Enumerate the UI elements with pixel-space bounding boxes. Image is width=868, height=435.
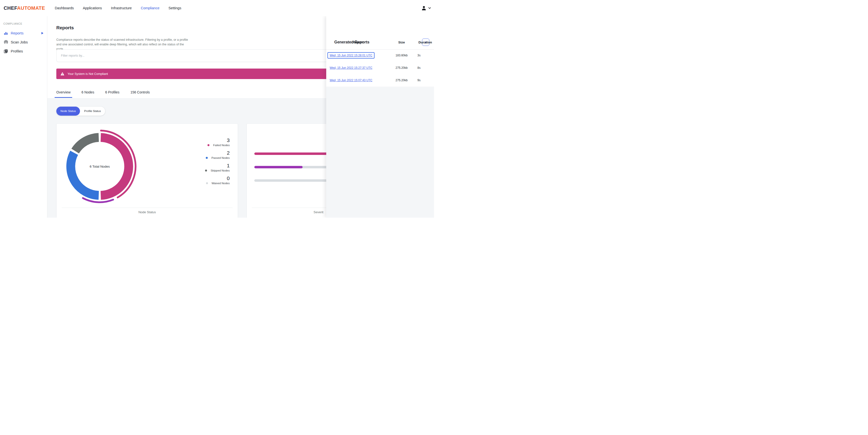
tab-controls[interactable]: 156 Controls bbox=[130, 90, 150, 98]
compliance-sidebar: COMPLIANCE Reports Scan Jobs Profiles bbox=[0, 16, 47, 218]
table-row: Wed, 15 Jun 2022 15:07:43 UTC 275.20kb 9… bbox=[329, 77, 434, 84]
user-menu[interactable] bbox=[421, 0, 431, 16]
legend-label: Passed Nodes bbox=[211, 156, 230, 159]
col-size: Size bbox=[387, 40, 416, 44]
sidebar-item-label: Profiles bbox=[11, 49, 23, 53]
passed-dot-icon bbox=[206, 157, 208, 159]
selected-report-outline: Wed, 15 Jun 2022 15:28:01 UTC bbox=[328, 52, 374, 59]
generated-reports-drawer: Generated Reports ✕ Report Size Duration… bbox=[326, 16, 434, 218]
logo-chef: CHEF bbox=[4, 5, 17, 11]
legend-label: Skipped Nodes bbox=[211, 169, 230, 172]
report-link[interactable]: Wed, 15 Jun 2022 15:07:43 UTC bbox=[330, 79, 372, 82]
sidebar-item-label: Scan Jobs bbox=[11, 40, 28, 44]
chevron-down-icon bbox=[428, 7, 431, 9]
person-icon bbox=[421, 5, 427, 11]
bar-chart-icon bbox=[4, 31, 8, 35]
main-nav: Dashboards Applications Infrastructure C… bbox=[55, 6, 181, 10]
sidebar-item-reports[interactable]: Reports bbox=[0, 29, 47, 37]
legend-value: 0 bbox=[227, 175, 230, 181]
toggle-profile-status[interactable]: Profile Status bbox=[80, 107, 105, 116]
report-size: 183.60kb bbox=[387, 54, 416, 57]
waived-dot-icon bbox=[206, 182, 208, 184]
legend-value: 2 bbox=[227, 150, 230, 156]
sidebar-section-label: COMPLIANCE bbox=[3, 22, 47, 25]
node-status-card: 6 Total Nodes 3 Failed Nodes 2 Passed No… bbox=[56, 123, 238, 218]
failed-dot-icon bbox=[208, 144, 210, 146]
node-status-caption: Node Status bbox=[57, 210, 238, 214]
nav-applications[interactable]: Applications bbox=[83, 6, 102, 10]
table-row: Wed, 15 Jun 2022 15:27:37 UTC 275.20kb 8… bbox=[329, 64, 434, 71]
logo-automate: AUTOMATE bbox=[17, 5, 45, 11]
skipped-dot-icon bbox=[205, 170, 207, 172]
report-size: 275.20kb bbox=[387, 66, 416, 69]
top-nav: CHEFAUTOMATE Dashboards Applications Inf… bbox=[0, 0, 434, 16]
report-tabs: Overview 6 Nodes 6 Profiles 156 Controls bbox=[56, 90, 150, 98]
col-report: Report bbox=[329, 40, 387, 44]
legend-label: Waived Nodes bbox=[212, 182, 230, 185]
chef-automate-logo[interactable]: CHEFAUTOMATE bbox=[4, 5, 45, 11]
status-toggle: Node Status Profile Status bbox=[56, 107, 105, 116]
reports-table-header: Report Size Duration bbox=[329, 40, 434, 44]
sidebar-item-profiles[interactable]: Profiles bbox=[0, 47, 47, 56]
nav-dashboards[interactable]: Dashboards bbox=[55, 6, 74, 10]
node-status-donut-chart[interactable] bbox=[63, 129, 136, 203]
banner-text: Your System is Not Compliant bbox=[67, 72, 108, 76]
scan-radar-icon bbox=[4, 40, 8, 44]
report-duration: 3s bbox=[416, 54, 434, 57]
col-duration: Duration bbox=[416, 40, 434, 44]
nav-infrastructure[interactable]: Infrastructure bbox=[111, 6, 132, 10]
sidebar-item-scan-jobs[interactable]: Scan Jobs bbox=[0, 37, 47, 47]
tab-overview[interactable]: Overview bbox=[56, 90, 70, 98]
sidebar-item-label: Reports bbox=[11, 31, 24, 35]
sidebar-expand-arrow-icon[interactable] bbox=[41, 32, 43, 34]
nav-compliance[interactable]: Compliance bbox=[141, 6, 159, 10]
legend-label: Failed Nodes bbox=[213, 144, 230, 147]
node-status-legend: 3 Failed Nodes 2 Passed Nodes 1 Skipped … bbox=[205, 137, 230, 188]
tab-nodes[interactable]: 6 Nodes bbox=[82, 90, 94, 98]
warning-triangle-icon bbox=[60, 72, 64, 76]
drawer-divider bbox=[326, 49, 434, 50]
tab-profiles[interactable]: 6 Profiles bbox=[105, 90, 120, 98]
report-duration: 8s bbox=[416, 66, 434, 69]
report-link[interactable]: Wed, 15 Jun 2022 15:28:01 UTC bbox=[330, 54, 372, 57]
report-duration: 9s bbox=[416, 79, 434, 82]
table-row: Wed, 15 Jun 2022 15:28:01 UTC 183.60kb 3… bbox=[329, 52, 434, 59]
severity-caption: Severit bbox=[314, 210, 323, 214]
toggle-node-status[interactable]: Node Status bbox=[56, 107, 80, 116]
legend-value: 3 bbox=[227, 137, 230, 143]
page-title: Reports bbox=[56, 25, 74, 30]
legend-value: 1 bbox=[227, 163, 230, 168]
report-size: 275.20kb bbox=[387, 79, 416, 82]
nav-settings[interactable]: Settings bbox=[168, 6, 181, 10]
report-link[interactable]: Wed, 15 Jun 2022 15:27:37 UTC bbox=[330, 66, 372, 69]
profiles-icon bbox=[4, 49, 8, 53]
drawer-content-area: Generated Reports ✕ Report Size Duration… bbox=[326, 16, 434, 87]
